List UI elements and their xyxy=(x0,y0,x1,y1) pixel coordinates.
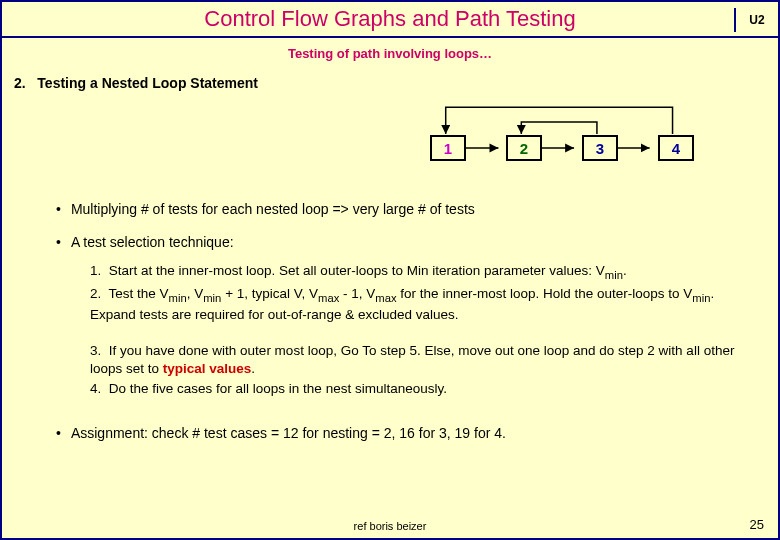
technique-steps: 1. Start at the inner-most loop. Set all… xyxy=(90,262,742,399)
page-title: Control Flow Graphs and Path Testing xyxy=(204,6,575,32)
unit-badge: U2 xyxy=(734,8,770,32)
bullet-2: A test selection technique: xyxy=(56,233,742,252)
step-4: 4. Do the five cases for all loops in th… xyxy=(90,380,742,398)
footer-ref: ref boris beizer xyxy=(354,520,427,532)
bullet-assignment: Assignment: check # test cases = 12 for … xyxy=(56,424,742,443)
slide: Control Flow Graphs and Path Testing U2 … xyxy=(0,0,780,540)
node-2: 2 xyxy=(506,135,542,161)
flow-diagram: 1 2 3 4 xyxy=(2,91,778,186)
bullet-1: Multiplying # of tests for each nested l… xyxy=(56,200,742,219)
step-2: 2. Test the Vmin, Vmin + 1, typical V, V… xyxy=(90,285,742,324)
step-3: 3. If you have done with outer most loop… xyxy=(90,342,742,378)
page-number: 25 xyxy=(750,517,764,532)
node-1: 1 xyxy=(430,135,466,161)
step-1: 1. Start at the inner-most loop. Set all… xyxy=(90,262,742,283)
subtitle: Testing of path involving loops… xyxy=(2,46,778,61)
spacer xyxy=(90,326,742,340)
node-3: 3 xyxy=(582,135,618,161)
header: Control Flow Graphs and Path Testing U2 xyxy=(2,2,778,38)
section-title: Testing a Nested Loop Statement xyxy=(37,75,258,91)
node-4: 4 xyxy=(658,135,694,161)
section-heading: 2. Testing a Nested Loop Statement xyxy=(14,75,778,91)
body-text: Multiplying # of tests for each nested l… xyxy=(2,200,778,443)
section-number: 2. xyxy=(14,75,26,91)
